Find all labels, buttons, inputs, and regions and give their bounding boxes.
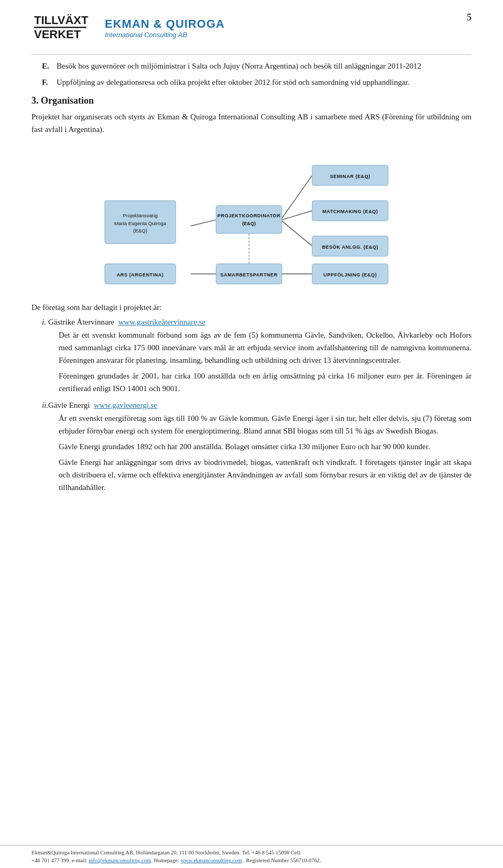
bullet-label-e: E.	[42, 60, 57, 72]
bullet-list: E. Besök hos guvernörer och miljöministr…	[42, 60, 472, 88]
org-chart: Projektansvarig Maria Eugenia Quiroga (E…	[31, 145, 472, 292]
svg-text:PROJEKTKOORDINATOR: PROJEKTKOORDINATOR	[217, 213, 280, 218]
tillvaxt-logo: TILLVÄXT VERKET	[31, 9, 89, 46]
header: TILLVÄXT VERKET EKMAN & QUIROGA Internat…	[31, 0, 472, 51]
ekman-subtitle: International Consulting AB	[105, 31, 187, 39]
footer-text1: Ekman&Quiroga International Consulting A…	[31, 850, 301, 855]
svg-line-7	[282, 221, 312, 246]
company-item-1: i. Gästrike Återvinnare www.gastrikeåter…	[31, 318, 472, 327]
company-name-1: Gästrike Återvinnare www.gastrikeåtervin…	[48, 318, 205, 327]
company-desc-2b: Gävle Energi grundades 1892 och har 200 …	[59, 440, 472, 453]
section3-title: 3. Organisation	[31, 95, 472, 106]
org-chart-svg: Projektansvarig Maria Eugenia Quiroga (E…	[31, 145, 472, 292]
companies-intro: De företag som har deltagit i projektet …	[31, 301, 472, 314]
svg-text:UPPFÖLJNING (E&Q): UPPFÖLJNING (E&Q)	[323, 272, 377, 277]
bullet-label-f: F.	[42, 76, 57, 88]
company-link-1[interactable]: www.gastrikeåtervinnare.se	[118, 318, 205, 326]
footer-email[interactable]: info@ekmanconsulting.com	[89, 858, 151, 863]
bullet-text-f: Uppföljning av delegationsresa och olika…	[57, 76, 410, 88]
svg-text:Projektansvarig: Projektansvarig	[123, 213, 157, 218]
svg-text:SAMARBETSPARTNER: SAMARBETSPARTNER	[221, 272, 278, 277]
company-numeral-1: i.	[31, 318, 48, 327]
svg-text:VERKET: VERKET	[34, 28, 81, 41]
companies-list: i. Gästrike Återvinnare www.gastrikeåter…	[31, 318, 472, 494]
ekman-title: EKMAN & QUIROGA	[105, 17, 225, 31]
company-name-label-2: Gävle Energi	[48, 401, 90, 409]
bullet-item-f: F. Uppföljning av delegationsresa och ol…	[42, 76, 472, 88]
svg-text:(E&Q): (E&Q)	[242, 221, 256, 226]
company-desc-2c: Gävle Energi har anläggningar som drivs …	[59, 456, 472, 494]
company-name-label-1: Gästrike Återvinnare	[48, 318, 114, 326]
svg-rect-3	[34, 27, 86, 28]
svg-text:ARS (ARGENTINA): ARS (ARGENTINA)	[117, 272, 164, 277]
page-number: 5	[467, 9, 472, 23]
company-item-2: ii. Gävle Energi www.gavleenergi.se	[31, 401, 472, 410]
company-desc-1: Det är ett svenskt kommunalt förbund som…	[59, 329, 472, 366]
footer-homepage[interactable]: www.ekmanconsulting.com	[180, 858, 242, 863]
ekman-subtitle-text: International Consulting AB	[105, 31, 187, 39]
footer-line1: Ekman&Quiroga International Consulting A…	[31, 849, 472, 857]
svg-text:(E&Q): (E&Q)	[133, 228, 147, 233]
svg-text:Maria Eugenia Quiroga: Maria Eugenia Quiroga	[114, 220, 167, 226]
footer: Ekman&Quiroga International Consulting A…	[0, 845, 503, 869]
company-desc-2a: År ett svenskt energiföretag som ägs til…	[59, 412, 472, 437]
ekman-logo: EKMAN & QUIROGA International Consulting…	[105, 17, 225, 39]
company-name-2: Gävle Energi www.gavleenergi.se	[48, 401, 157, 410]
ekman-title-text: EKMAN & QUIROGA	[105, 17, 225, 30]
header-left: TILLVÄXT VERKET EKMAN & QUIROGA Internat…	[31, 9, 225, 46]
bullet-text-e: Besök hos guvernörer och miljöministrar …	[57, 60, 421, 72]
company-desc-1-li: Det är ett svenskt kommunalt förbund som…	[31, 329, 472, 395]
svg-rect-16	[216, 206, 282, 233]
svg-text:TILLVÄXT: TILLVÄXT	[34, 14, 89, 27]
bullet-item-e: E. Besök hos guvernörer och miljöministr…	[42, 60, 472, 72]
company-numeral-2: ii.	[31, 401, 48, 410]
section3-body: Projektet har organiserats och styrts av…	[31, 110, 472, 136]
company-desc-2-li: År ett svenskt energiföretag som ägs til…	[31, 412, 472, 494]
company-link-2[interactable]: www.gavleenergi.se	[94, 401, 157, 409]
footer-line2: +46 701 477 399. e-mail: info@ekmanconsu…	[31, 856, 472, 865]
header-divider	[31, 54, 472, 55]
svg-text:MATCHMAKING (E&Q): MATCHMAKING (E&Q)	[322, 209, 378, 214]
page: TILLVÄXT VERKET EKMAN & QUIROGA Internat…	[0, 0, 503, 868]
svg-text:BESÖK ANLGG. (E&Q): BESÖK ANLGG. (E&Q)	[322, 244, 379, 250]
svg-text:SEMINAR (E&Q): SEMINAR (E&Q)	[330, 174, 370, 179]
company-desc-1b: Föreningen grundades år 2001, har cirka …	[59, 370, 472, 395]
svg-line-4	[191, 220, 216, 226]
content: E. Besök hos guvernörer och miljöministr…	[31, 60, 472, 494]
